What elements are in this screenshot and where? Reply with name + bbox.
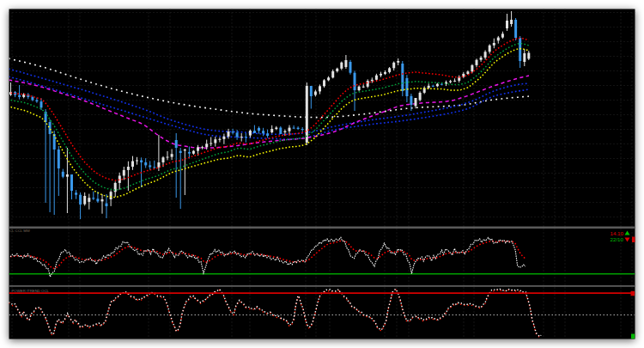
svg-text:CL CCL MW: CL CCL MW bbox=[9, 229, 31, 233]
svg-text:POWER ITREND OCL: POWER ITREND OCL bbox=[12, 289, 50, 293]
svg-text:14.10: 14.10 bbox=[611, 230, 624, 236]
svg-text:22/10: 22/10 bbox=[611, 236, 624, 242]
